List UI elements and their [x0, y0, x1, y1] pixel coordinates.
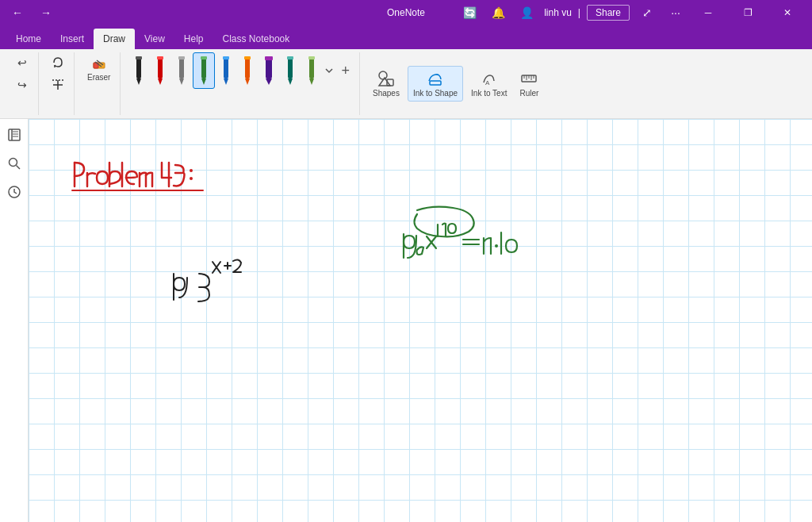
pen-purple[interactable]	[259, 53, 279, 88]
pen-purple-icon	[262, 55, 276, 86]
svg-rect-8	[136, 56, 141, 79]
forward-button[interactable]: →	[35, 2, 57, 24]
tab-draw[interactable]: Draw	[94, 29, 135, 49]
sidebar-notebooks-icon[interactable]	[5, 125, 24, 144]
tab-help[interactable]: Help	[174, 29, 213, 49]
svg-rect-34	[308, 56, 315, 59]
eraser-icon	[91, 56, 107, 71]
pen-green[interactable]	[193, 52, 215, 89]
svg-rect-31	[287, 56, 293, 59]
sidebar-history-icon[interactable]	[5, 182, 24, 202]
svg-text:A: A	[485, 79, 490, 86]
log-formula-text	[174, 259, 241, 301]
separator: |	[578, 7, 580, 18]
pen-gray-icon	[174, 55, 189, 86]
ink-to-text-icon: A	[481, 70, 498, 87]
user-section: 🔄 🔔 👤 linh vu | Share ⤢ ···	[458, 2, 687, 24]
bell-button[interactable]: 🔔	[487, 2, 509, 24]
svg-rect-32	[309, 56, 314, 79]
ruler-button[interactable]: Ruler	[515, 67, 543, 101]
share-button[interactable]: Share	[587, 5, 630, 21]
pen-tools-group: +	[124, 52, 360, 115]
titlebar-right: 🔄 🔔 👤 linh vu | Share ⤢ ··· ─ ❐ ✕	[458, 0, 806, 25]
svg-marker-18	[201, 79, 206, 85]
pen-lightgreen[interactable]	[301, 53, 322, 88]
svg-rect-19	[201, 56, 207, 59]
pen-red[interactable]	[150, 53, 170, 88]
ribbon: ↩ ↪	[0, 49, 812, 119]
eraser-group: Eraser	[78, 52, 121, 115]
svg-point-51	[9, 159, 17, 167]
ink-to-shape-button[interactable]: Ink to Shape	[408, 66, 463, 102]
pen-dropdown[interactable]	[323, 64, 335, 77]
sync-button[interactable]: 🔄	[458, 2, 481, 24]
undo-button[interactable]: ↩	[11, 52, 33, 73]
ruler-icon	[520, 70, 538, 87]
maximize-button[interactable]: ❐	[730, 0, 766, 25]
lasso-button[interactable]	[47, 52, 69, 73]
sidebar-search-icon[interactable]	[5, 154, 24, 173]
pen-teal-icon	[283, 55, 297, 86]
titlebar-left: ← →	[6, 2, 57, 24]
pen-lightgreen-icon	[304, 55, 319, 86]
eraser-button[interactable]: Eraser	[82, 52, 115, 85]
ink-to-text-button[interactable]: A Ink to Text	[466, 67, 511, 101]
undo-redo-col: ↩ ↪	[11, 52, 33, 95]
svg-rect-29	[288, 56, 293, 79]
redo-button[interactable]: ↪	[11, 75, 33, 95]
ruler-label: Ruler	[520, 89, 539, 98]
add-space-button[interactable]	[47, 75, 69, 95]
svg-point-54	[190, 169, 193, 172]
shapes-icon	[377, 70, 395, 87]
svg-rect-10	[136, 56, 142, 59]
tab-class-notebook[interactable]: Class Notebook	[213, 29, 300, 49]
add-space-icon	[51, 78, 65, 92]
more-button[interactable]: ···	[665, 2, 687, 24]
pen-orange[interactable]	[237, 53, 258, 88]
svg-marker-33	[309, 79, 314, 85]
pen-blue-icon	[219, 55, 233, 86]
ink-to-text-label: Ink to Text	[471, 89, 507, 98]
svg-point-55	[190, 177, 193, 180]
ink-to-shape-icon	[427, 70, 444, 87]
ink-to-shape-label: Ink to Shape	[413, 89, 458, 98]
green-formula-text	[404, 207, 517, 258]
svg-rect-16	[178, 56, 185, 59]
pen-red-icon	[153, 55, 167, 86]
lasso-icon	[51, 56, 65, 70]
add-pen-button[interactable]: +	[336, 59, 354, 83]
problem-43-text	[72, 163, 203, 190]
svg-rect-11	[158, 56, 163, 79]
svg-point-56	[495, 244, 498, 248]
svg-rect-28	[265, 56, 273, 60]
pen-gray[interactable]	[171, 53, 192, 88]
people-button[interactable]: 👤	[515, 2, 538, 24]
tab-view[interactable]: View	[135, 29, 174, 49]
eraser-label: Eraser	[87, 73, 110, 82]
back-button[interactable]: ←	[6, 2, 29, 24]
close-button[interactable]: ✕	[769, 0, 806, 25]
app-title: OneNote	[387, 7, 425, 18]
svg-marker-30	[288, 79, 293, 85]
svg-rect-38	[430, 81, 441, 85]
pen-teal[interactable]	[280, 53, 301, 88]
shapes-button[interactable]: Shapes	[368, 67, 404, 101]
svg-rect-22	[223, 56, 229, 59]
svg-marker-15	[179, 79, 184, 85]
sidebar-left	[0, 119, 29, 522]
pen-blue[interactable]	[216, 53, 236, 88]
canvas-wrapper	[0, 119, 812, 522]
minimize-button[interactable]: ─	[690, 0, 726, 25]
shapes-label: Shapes	[373, 89, 400, 98]
svg-rect-20	[224, 56, 228, 79]
svg-point-35	[379, 71, 387, 79]
expand-button[interactable]: ⤢	[636, 2, 658, 24]
tab-insert[interactable]: Insert	[51, 29, 94, 49]
drawing-canvas[interactable]	[29, 119, 812, 522]
tab-home[interactable]: Home	[6, 29, 51, 49]
lasso-col	[47, 52, 69, 95]
svg-marker-9	[136, 79, 141, 85]
svg-rect-25	[244, 56, 251, 59]
titlebar: ← → OneNote 🔄 🔔 👤 linh vu | Share ⤢ ··· …	[0, 0, 812, 25]
pen-black[interactable]	[128, 53, 149, 88]
